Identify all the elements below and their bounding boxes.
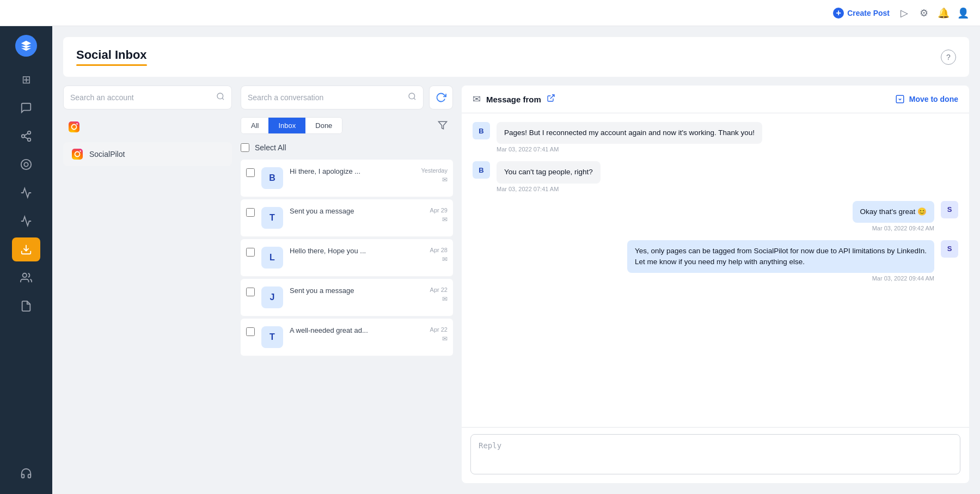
- conversation-search-box[interactable]: [241, 86, 424, 109]
- svg-point-5: [21, 160, 31, 169]
- message-bubble-wrap: Yes, only pages can be tagged from Socia…: [627, 240, 934, 282]
- page-title: Social Inbox: [76, 48, 147, 62]
- move-to-done-button[interactable]: Move to done: [895, 94, 958, 104]
- message-bubble: You can't tag people, right?: [497, 161, 601, 183]
- tab-all[interactable]: All: [241, 118, 268, 133]
- svg-line-4: [24, 133, 28, 136]
- conv-avatar: J: [261, 286, 283, 308]
- sidebar-item-bulk[interactable]: [12, 237, 40, 261]
- message-row: B You can't tag people, right? Mar 03, 2…: [473, 161, 958, 192]
- message-bubble-wrap: Pages! But I reconnected my account agai…: [497, 122, 762, 153]
- sidebar-item-team[interactable]: [12, 266, 40, 290]
- conversation-item[interactable]: T Sent you a message Apr 29 ✉: [241, 199, 453, 237]
- top-nav: + Create Post ▷ ⚙ 🔔 👤: [0, 0, 980, 26]
- conv-date: Yesterday: [421, 167, 448, 174]
- svg-point-16: [79, 150, 81, 151]
- tab-done[interactable]: Done: [305, 118, 342, 133]
- conv-avatar: T: [261, 326, 283, 348]
- chat-mail-icon: ✉: [473, 93, 481, 105]
- reply-input[interactable]: [470, 434, 960, 474]
- conv-preview: Sent you a message: [290, 286, 424, 295]
- svg-line-18: [414, 98, 415, 100]
- user-icon[interactable]: 👤: [957, 7, 969, 19]
- conv-checkbox-2[interactable]: [246, 248, 255, 257]
- top-nav-icons: ▷ ⚙ 🔔 👤: [898, 7, 969, 19]
- tab-inbox[interactable]: Inbox: [268, 118, 305, 133]
- message-avatar: S: [941, 240, 958, 258]
- conversation-item[interactable]: J Sent you a message Apr 22 ✉: [241, 279, 453, 316]
- conv-checkbox-4[interactable]: [246, 327, 255, 336]
- instagram-section-icon: [63, 116, 232, 136]
- account-search-icon: [216, 92, 225, 103]
- svg-point-0: [28, 131, 31, 135]
- sidebar-item-support[interactable]: [12, 461, 40, 485]
- select-all-checkbox[interactable]: [241, 143, 249, 152]
- sidebar-item-listen[interactable]: [12, 153, 40, 176]
- svg-line-20: [550, 95, 554, 99]
- conv-meta: Apr 22 ✉: [430, 326, 448, 343]
- create-post-button[interactable]: + Create Post: [833, 8, 890, 19]
- conv-preview: Hi there, I apologize ...: [290, 167, 414, 175]
- account-search-box[interactable]: [63, 86, 232, 109]
- conv-date: Apr 22: [430, 326, 448, 333]
- conversation-item[interactable]: L Hello there, Hope you ... Apr 28 ✉: [241, 239, 453, 277]
- account-search-input[interactable]: [70, 93, 216, 102]
- conv-checkbox-wrap: [246, 326, 255, 338]
- svg-rect-11: [69, 121, 79, 132]
- conv-checkbox-wrap: [246, 207, 255, 219]
- conv-date: Apr 22: [430, 286, 448, 293]
- conv-meta: Yesterday ✉: [421, 167, 448, 184]
- conv-checkbox-0[interactable]: [246, 168, 255, 177]
- message-avatar: B: [473, 122, 490, 139]
- conversation-list: B Hi there, I apologize ... Yesterday ✉ …: [241, 160, 453, 358]
- bell-icon[interactable]: 🔔: [938, 7, 950, 19]
- page-title-underline: [76, 64, 147, 66]
- conv-checkbox-3[interactable]: [246, 288, 255, 296]
- conv-body: Sent you a message: [290, 207, 424, 215]
- gear-icon[interactable]: ⚙: [918, 7, 930, 19]
- chat-messages: B Pages! But I reconnected my account ag…: [462, 113, 969, 427]
- filter-button[interactable]: [432, 115, 453, 136]
- conv-meta: Apr 29 ✉: [430, 207, 448, 223]
- message-time: Mar 03, 2022 07:41 AM: [497, 146, 762, 153]
- help-icon[interactable]: ?: [941, 50, 956, 65]
- conv-preview: A well-needed great ad...: [290, 326, 424, 334]
- external-link-icon[interactable]: [547, 94, 555, 105]
- chat-header-left: ✉ Message from: [473, 93, 555, 105]
- svg-line-10: [222, 98, 224, 100]
- select-all-row: Select All: [241, 141, 453, 154]
- message-bubble-wrap: You can't tag people, right? Mar 03, 202…: [497, 161, 601, 192]
- svg-point-6: [24, 162, 28, 166]
- conv-meta: Apr 22 ✉: [430, 286, 448, 303]
- conv-checkbox-1[interactable]: [246, 208, 255, 217]
- chat-reply-area: [462, 427, 969, 483]
- message-row: S Yes, only pages can be tagged from Soc…: [473, 240, 958, 282]
- message-time: Mar 03, 2022 09:42 AM: [872, 225, 934, 231]
- message-time: Mar 03, 2022 07:41 AM: [497, 186, 601, 192]
- account-item-socialpilot[interactable]: SocialPilot: [63, 142, 232, 166]
- filter-tabs: All Inbox Done: [241, 117, 342, 134]
- svg-line-3: [24, 137, 28, 139]
- conv-mail-icon: ✉: [442, 255, 448, 263]
- sidebar-item-content[interactable]: [12, 294, 40, 318]
- main-content: Social Inbox ?: [52, 26, 980, 494]
- sidebar-item-social[interactable]: [12, 124, 40, 148]
- message-bubble-wrap: Okay that's great 😊 Mar 03, 2022 09:42 A…: [853, 201, 934, 231]
- refresh-button[interactable]: [429, 86, 453, 109]
- sidebar-item-home[interactable]: ⊞: [12, 68, 40, 92]
- conversation-item[interactable]: T A well-needed great ad... Apr 22 ✉: [241, 319, 453, 356]
- sidebar-item-analytics[interactable]: [12, 209, 40, 233]
- app-logo[interactable]: [15, 35, 37, 57]
- accounts-column: SocialPilot: [63, 86, 232, 483]
- sidebar-item-campaigns[interactable]: [12, 181, 40, 205]
- svg-point-9: [217, 93, 223, 99]
- move-to-done-label: Move to done: [909, 95, 958, 103]
- sidebar-item-inbox[interactable]: [12, 96, 40, 120]
- conversation-item[interactable]: B Hi there, I apologize ... Yesterday ✉: [241, 160, 453, 197]
- video-icon[interactable]: ▷: [898, 7, 910, 19]
- conversation-search-row: [241, 86, 453, 109]
- conversations-column: All Inbox Done Select All B: [241, 86, 453, 483]
- message-bubble: Pages! But I reconnected my account agai…: [497, 122, 762, 144]
- conversation-search-input[interactable]: [248, 93, 408, 102]
- message-avatar: B: [473, 161, 490, 179]
